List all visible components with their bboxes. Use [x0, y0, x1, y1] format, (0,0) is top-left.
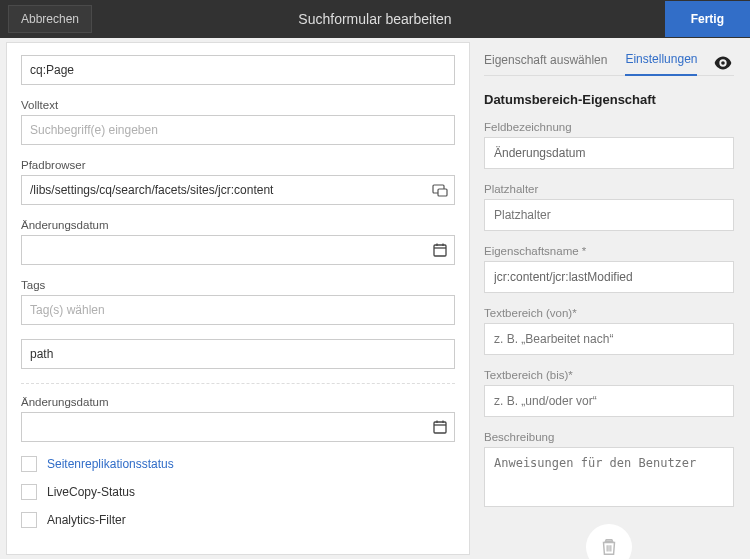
- field-path: [21, 339, 455, 369]
- check-livecopy[interactable]: LiveCopy-Status: [21, 484, 455, 500]
- placeholder-label: Platzhalter: [484, 183, 734, 195]
- delete-wrap: [484, 524, 734, 559]
- topbar: Abbrechen Suchformular bearbeiten Fertig: [0, 0, 750, 38]
- rangefrom-label: Textbereich (von)*: [484, 307, 734, 319]
- page-title: Suchformular bearbeiten: [298, 11, 451, 27]
- field-cqpage: [21, 55, 455, 85]
- description-label: Beschreibung: [484, 431, 734, 443]
- svg-rect-1: [438, 189, 447, 196]
- tab-settings[interactable]: Einstellungen: [625, 52, 697, 76]
- field-daterange2: Änderungsdatum: [21, 396, 455, 442]
- preview-icon[interactable]: [712, 52, 734, 77]
- calendar-icon[interactable]: [431, 241, 449, 259]
- fieldlabel-label: Feldbezeichnung: [484, 121, 734, 133]
- daterange2-label: Änderungsdatum: [21, 396, 455, 408]
- check-replication[interactable]: Seitenreplikationsstatus: [21, 456, 455, 472]
- rangeto-input[interactable]: [484, 385, 734, 417]
- section-title: Datumsbereich-Eigenschaft: [484, 92, 734, 107]
- daterange1-label: Änderungsdatum: [21, 219, 455, 231]
- form-canvas: Volltext Pfadbrowser Änderungsdatum Ta: [6, 42, 470, 555]
- tab-select-property[interactable]: Eigenschaft auswählen: [484, 53, 607, 75]
- calendar-icon[interactable]: [431, 418, 449, 436]
- checkbox-icon[interactable]: [21, 512, 37, 528]
- placeholder-input[interactable]: [484, 199, 734, 231]
- field-daterange1: Änderungsdatum: [21, 219, 455, 265]
- rangeto-label: Textbereich (bis)*: [484, 369, 734, 381]
- daterange2-input[interactable]: [21, 412, 455, 442]
- folder-browse-icon[interactable]: [431, 181, 449, 199]
- field-description: Beschreibung: [484, 431, 734, 510]
- field-pathbrowser: Pfadbrowser: [21, 159, 455, 205]
- svg-rect-6: [434, 422, 446, 433]
- fulltext-input[interactable]: [21, 115, 455, 145]
- check-label: Analytics-Filter: [47, 513, 126, 527]
- rangefrom-input[interactable]: [484, 323, 734, 355]
- propname-input[interactable]: [484, 261, 734, 293]
- done-button[interactable]: Fertig: [665, 1, 750, 37]
- description-input[interactable]: [484, 447, 734, 507]
- pathbrowser-input[interactable]: [21, 175, 455, 205]
- path-input[interactable]: [21, 339, 455, 369]
- checkbox-icon[interactable]: [21, 456, 37, 472]
- trash-icon: [598, 536, 620, 558]
- fieldlabel-input[interactable]: [484, 137, 734, 169]
- daterange1-input[interactable]: [21, 235, 455, 265]
- field-tags: Tags: [21, 279, 455, 325]
- fulltext-label: Volltext: [21, 99, 455, 111]
- cancel-button[interactable]: Abbrechen: [8, 5, 92, 33]
- field-propname: Eigenschaftsname *: [484, 245, 734, 293]
- tags-input[interactable]: [21, 295, 455, 325]
- delete-button[interactable]: [586, 524, 632, 559]
- tabs: Eigenschaft auswählen Einstellungen: [484, 52, 734, 76]
- cqpage-input[interactable]: [21, 55, 455, 85]
- propname-label: Eigenschaftsname *: [484, 245, 734, 257]
- field-rangeto: Textbereich (bis)*: [484, 369, 734, 417]
- field-placeholder: Platzhalter: [484, 183, 734, 231]
- check-analytics[interactable]: Analytics-Filter: [21, 512, 455, 528]
- field-rangefrom: Textbereich (von)*: [484, 307, 734, 355]
- svg-rect-2: [434, 245, 446, 256]
- check-label: LiveCopy-Status: [47, 485, 135, 499]
- svg-point-10: [721, 61, 725, 65]
- left-wrap: Volltext Pfadbrowser Änderungsdatum Ta: [0, 38, 470, 559]
- checkbox-icon[interactable]: [21, 484, 37, 500]
- field-fieldlabel: Feldbezeichnung: [484, 121, 734, 169]
- tags-label: Tags: [21, 279, 455, 291]
- body: Volltext Pfadbrowser Änderungsdatum Ta: [0, 38, 750, 559]
- check-label: Seitenreplikationsstatus: [47, 457, 174, 471]
- divider: [21, 383, 455, 384]
- pathbrowser-label: Pfadbrowser: [21, 159, 455, 171]
- properties-panel: Eigenschaft auswählen Einstellungen Datu…: [470, 38, 750, 559]
- field-fulltext: Volltext: [21, 99, 455, 145]
